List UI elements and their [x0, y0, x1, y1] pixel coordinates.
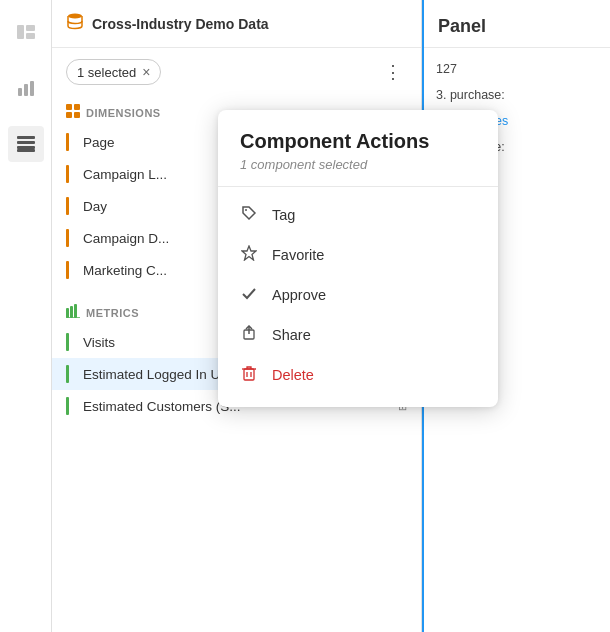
svg-rect-16	[70, 306, 73, 318]
svg-rect-9	[17, 149, 35, 152]
selected-badge[interactable]: 1 selected ×	[66, 59, 161, 85]
svg-rect-0	[17, 25, 24, 39]
sidebar-table-icon[interactable]	[8, 126, 44, 162]
list-item: 127	[424, 56, 610, 82]
favorite-menu-item[interactable]: Favorite	[218, 235, 498, 275]
orange-bar	[66, 133, 69, 151]
svg-point-19	[245, 209, 247, 211]
sidebar	[0, 0, 52, 632]
toolbar: 1 selected × ⋮	[52, 48, 421, 96]
approve-label: Approve	[272, 287, 326, 303]
green-bar	[66, 397, 69, 415]
approve-icon	[240, 285, 258, 305]
dimensions-label: DIMENSIONS	[86, 107, 161, 119]
share-label: Share	[272, 327, 311, 343]
header-title: Cross-Industry Demo Data	[92, 16, 407, 32]
approve-menu-item[interactable]: Approve	[218, 275, 498, 315]
favorite-label: Favorite	[272, 247, 324, 263]
metrics-label: METRICS	[86, 307, 139, 319]
orange-bar	[66, 165, 69, 183]
svg-rect-22	[244, 369, 254, 380]
tag-label: Tag	[272, 207, 295, 223]
green-bar	[66, 333, 69, 351]
orange-bar	[66, 197, 69, 215]
right-panel-title: Panel	[438, 16, 596, 37]
svg-rect-15	[66, 308, 69, 318]
svg-rect-17	[74, 304, 77, 318]
svg-rect-2	[26, 33, 35, 39]
sidebar-chart-icon[interactable]	[8, 70, 44, 106]
sidebar-panel-icon[interactable]	[8, 14, 44, 50]
orange-bar	[66, 229, 69, 247]
dimensions-icon	[66, 104, 80, 122]
svg-rect-3	[18, 88, 22, 96]
svg-rect-4	[24, 84, 28, 96]
orange-bar	[66, 261, 69, 279]
svg-rect-5	[30, 81, 34, 96]
svg-rect-11	[66, 104, 72, 110]
delete-label: Delete	[272, 367, 314, 383]
delete-icon	[240, 365, 258, 385]
green-bar	[66, 365, 69, 383]
svg-rect-13	[66, 112, 72, 118]
more-actions-button[interactable]: ⋮	[379, 58, 407, 86]
clear-selection-button[interactable]: ×	[142, 64, 150, 80]
right-panel-header: Panel	[424, 0, 610, 48]
context-menu-subtitle: 1 component selected	[218, 157, 498, 186]
context-menu: Component Actions 1 component selected T…	[218, 110, 498, 407]
tag-icon	[240, 205, 258, 225]
selected-count-label: 1 selected	[77, 65, 136, 80]
svg-rect-12	[74, 104, 80, 110]
list-item: 3. purchase:	[424, 82, 610, 108]
delete-menu-item[interactable]: Delete	[218, 355, 498, 395]
context-menu-divider	[218, 186, 498, 187]
share-icon	[240, 325, 258, 345]
share-menu-item[interactable]: Share	[218, 315, 498, 355]
favorite-icon	[240, 245, 258, 265]
context-menu-title: Component Actions	[218, 130, 498, 157]
svg-rect-7	[17, 141, 35, 144]
svg-rect-1	[26, 25, 35, 31]
tag-menu-item[interactable]: Tag	[218, 195, 498, 235]
svg-marker-20	[242, 246, 256, 260]
metrics-icon	[66, 304, 80, 322]
svg-point-10	[68, 14, 82, 19]
svg-rect-14	[74, 112, 80, 118]
database-icon	[66, 12, 84, 35]
svg-rect-6	[17, 136, 35, 139]
main-header: Cross-Industry Demo Data	[52, 0, 421, 48]
svg-rect-8	[17, 146, 35, 149]
